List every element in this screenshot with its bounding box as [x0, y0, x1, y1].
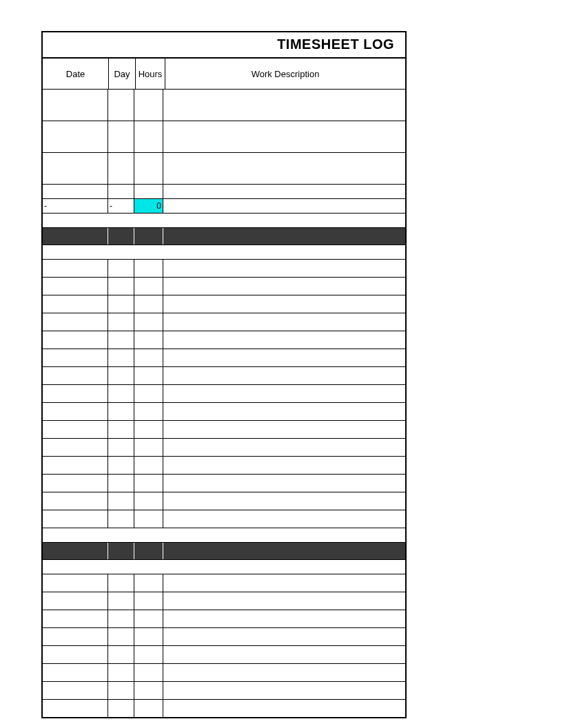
- cell-hours[interactable]: [134, 185, 163, 198]
- cell-date[interactable]: [43, 349, 108, 366]
- cell-day[interactable]: [108, 403, 134, 420]
- cell-hours[interactable]: [134, 646, 163, 663]
- table-row[interactable]: [43, 349, 405, 367]
- cell-desc[interactable]: [163, 403, 405, 420]
- cell-date[interactable]: [43, 385, 108, 402]
- cell-date[interactable]: [43, 295, 108, 313]
- table-row[interactable]: [43, 367, 405, 385]
- cell-date[interactable]: [43, 90, 108, 121]
- cell-date[interactable]: [43, 475, 108, 492]
- cell-desc[interactable]: [163, 574, 405, 592]
- cell-desc[interactable]: [163, 385, 405, 402]
- cell-day[interactable]: [108, 295, 134, 313]
- cell-day[interactable]: [108, 278, 134, 295]
- cell-date[interactable]: [43, 628, 108, 645]
- cell-day[interactable]: [108, 646, 134, 663]
- cell-day[interactable]: [108, 700, 134, 717]
- cell-desc[interactable]: [163, 592, 405, 610]
- cell-desc[interactable]: [163, 185, 405, 198]
- cell-hours[interactable]: [134, 510, 163, 528]
- cell-day[interactable]: [108, 313, 134, 331]
- cell-day[interactable]: [108, 682, 134, 699]
- table-row[interactable]: [43, 403, 405, 421]
- cell-day[interactable]: [108, 628, 134, 645]
- table-row[interactable]: [43, 90, 405, 121]
- cell-desc[interactable]: [163, 278, 405, 295]
- table-row[interactable]: [43, 574, 405, 592]
- cell-hours[interactable]: [134, 610, 163, 627]
- table-row[interactable]: [43, 439, 405, 457]
- cell-date[interactable]: [43, 153, 108, 184]
- table-row[interactable]: [43, 592, 405, 610]
- table-row[interactable]: [43, 628, 405, 646]
- cell-day[interactable]: [108, 153, 134, 184]
- cell-day[interactable]: [108, 592, 134, 610]
- cell-hours[interactable]: [134, 295, 163, 313]
- cell-day[interactable]: [108, 439, 134, 456]
- cell-desc[interactable]: [163, 121, 405, 152]
- cell-date[interactable]: [43, 646, 108, 663]
- cell-date[interactable]: [43, 313, 108, 331]
- cell-date[interactable]: [43, 682, 108, 699]
- cell-hours[interactable]: [134, 367, 163, 384]
- cell-day[interactable]: [108, 260, 134, 277]
- cell-day[interactable]: [108, 385, 134, 402]
- cell-desc[interactable]: [163, 331, 405, 349]
- cell-hours[interactable]: [134, 664, 163, 681]
- cell-hours[interactable]: [134, 492, 163, 510]
- cell-day[interactable]: [108, 574, 134, 592]
- cell-date[interactable]: [43, 331, 108, 349]
- cell-date[interactable]: [43, 439, 108, 456]
- cell-day[interactable]: [108, 367, 134, 384]
- cell-hours[interactable]: [134, 403, 163, 420]
- table-row[interactable]: [43, 331, 405, 349]
- cell-hours[interactable]: [134, 121, 163, 152]
- cell-desc[interactable]: [163, 295, 405, 313]
- cell-hours[interactable]: [134, 260, 163, 277]
- cell-date[interactable]: [43, 367, 108, 384]
- cell-hours[interactable]: [134, 331, 163, 349]
- table-row[interactable]: [43, 278, 405, 295]
- table-row[interactable]: [43, 510, 405, 528]
- cell-day[interactable]: [108, 90, 134, 121]
- cell-hours[interactable]: [134, 421, 163, 438]
- cell-day[interactable]: [108, 475, 134, 492]
- cell-desc[interactable]: [163, 492, 405, 510]
- cell-date[interactable]: [43, 574, 108, 592]
- cell-day[interactable]: [108, 185, 134, 198]
- cell-date[interactable]: [43, 664, 108, 681]
- table-row[interactable]: [43, 664, 405, 682]
- cell-date[interactable]: [43, 121, 108, 152]
- cell-hours[interactable]: [134, 439, 163, 456]
- table-row[interactable]: [43, 457, 405, 475]
- cell-desc[interactable]: [163, 475, 405, 492]
- table-row[interactable]: [43, 475, 405, 492]
- cell-date[interactable]: [43, 278, 108, 295]
- cell-desc[interactable]: [163, 439, 405, 456]
- cell-day[interactable]: [108, 492, 134, 510]
- cell-date[interactable]: [43, 700, 108, 717]
- table-row[interactable]: [43, 610, 405, 628]
- cell-day[interactable]: [108, 457, 134, 474]
- cell-hours[interactable]: [134, 90, 163, 121]
- table-row[interactable]: [43, 313, 405, 331]
- cell-date[interactable]: [43, 421, 108, 438]
- cell-hours[interactable]: [134, 592, 163, 610]
- cell-day[interactable]: [108, 349, 134, 366]
- cell-desc[interactable]: [163, 153, 405, 184]
- cell-date[interactable]: [43, 457, 108, 474]
- cell-desc[interactable]: [163, 367, 405, 384]
- cell-desc[interactable]: [163, 90, 405, 121]
- table-row[interactable]: [43, 700, 405, 717]
- cell-day[interactable]: [108, 421, 134, 438]
- cell-date[interactable]: [43, 592, 108, 610]
- cell-day[interactable]: [108, 610, 134, 627]
- cell-hours[interactable]: [134, 349, 163, 366]
- cell-day[interactable]: [108, 510, 134, 528]
- cell-date[interactable]: [43, 403, 108, 420]
- cell-desc[interactable]: [163, 260, 405, 277]
- cell-desc[interactable]: [163, 421, 405, 438]
- cell-hours[interactable]: [134, 628, 163, 645]
- cell-desc[interactable]: [163, 313, 405, 331]
- cell-desc[interactable]: [163, 457, 405, 474]
